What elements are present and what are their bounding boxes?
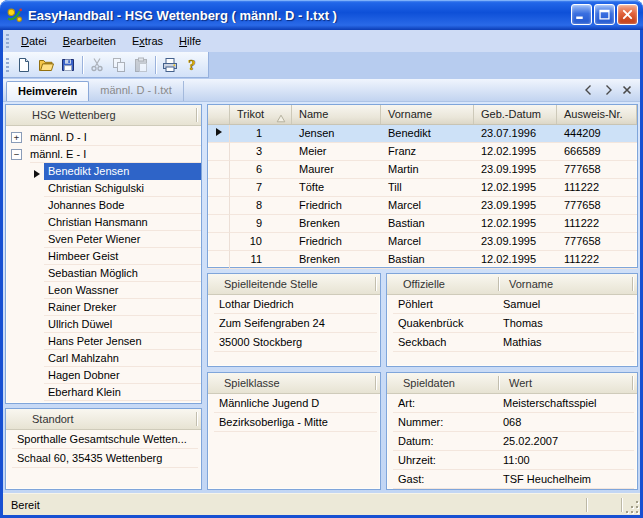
roster-cell[interactable]: 111222	[557, 215, 637, 233]
roster-cell[interactable]: Maurer	[292, 161, 381, 179]
spielklasse-row[interactable]: Männliche Jugend D	[214, 394, 377, 413]
roster-cell[interactable]: 111222	[557, 179, 637, 197]
roster-cell[interactable]: 9	[230, 215, 292, 233]
roster-cell[interactable]: 777658	[557, 161, 637, 179]
roster-cell[interactable]: 11	[230, 251, 292, 269]
roster-cell[interactable]: Brenken	[292, 251, 381, 269]
standort-row[interactable]: Sporthalle Gesamtschule Wetten...	[12, 430, 198, 449]
spieldaten-row[interactable]: Uhrzeit:11:00	[393, 451, 634, 470]
cut-button[interactable]	[86, 54, 108, 76]
expand-icon[interactable]: +	[11, 132, 22, 143]
row-selector-header[interactable]	[208, 105, 230, 124]
column-header-name[interactable]: Name	[292, 105, 381, 124]
roster-row[interactable]: 11BrenkenBastian12.02.1995111222	[208, 251, 637, 269]
standort-row[interactable]: Schaal 60, 35435 Wettenberg	[12, 449, 198, 468]
roster-cell[interactable]: 666589	[557, 143, 637, 161]
spielleitende-row[interactable]: 35000 Stockberg	[214, 333, 377, 352]
roster-cell[interactable]: Marcel	[381, 233, 474, 251]
tree-item-player[interactable]: Himbeer Geist	[44, 248, 201, 265]
roster-row[interactable]: 3MeierFranz12.02.1995666589	[208, 143, 637, 161]
roster-cell[interactable]: 3	[230, 143, 292, 161]
roster-cell[interactable]: 23.07.1996	[474, 125, 557, 143]
maximize-button[interactable]	[594, 4, 615, 25]
titlebar[interactable]: EasyHandball - HSG Wettenberg ( männl. D…	[0, 0, 643, 30]
next-tab-button[interactable]	[600, 82, 616, 98]
offizielle-header[interactable]: Offizielle Vorname	[387, 274, 637, 295]
tree-item-player[interactable]: Hagen Dobner	[44, 367, 201, 384]
roster-row[interactable]: 6MaurerMartin23.09.1995777658	[208, 161, 637, 179]
tree-header[interactable]: HSG Wettenberg	[6, 105, 201, 126]
roster-cell[interactable]: Benedikt	[381, 125, 474, 143]
roster-cell[interactable]: 12.02.1995	[474, 215, 557, 233]
spieldaten-header[interactable]: Spieldaten Wert	[387, 373, 637, 394]
roster-cell[interactable]: 777658	[557, 197, 637, 215]
row-selector-cell[interactable]	[208, 215, 230, 233]
copy-button[interactable]	[108, 54, 130, 76]
roster-cell[interactable]: Töfte	[292, 179, 381, 197]
offizielle-row[interactable]: SeckbachMathias	[393, 333, 634, 352]
spielleitende-row[interactable]: Zum Seifengraben 24	[214, 314, 377, 333]
tree-item-player[interactable]: Carl Mahlzahn	[44, 350, 201, 367]
row-selector-cell[interactable]	[208, 179, 230, 197]
spieldaten-row[interactable]: Gast:TSF Heuchelheim	[393, 470, 634, 489]
spieldaten-row[interactable]: Art:Meisterschaftsspiel	[393, 394, 634, 413]
roster-cell[interactable]: Meier	[292, 143, 381, 161]
roster-cell[interactable]: Till	[381, 179, 474, 197]
toolbar-grip[interactable]	[6, 58, 9, 72]
row-selector-cell[interactable]	[208, 143, 230, 161]
tree-item-player[interactable]: Hans Peter Jensen	[44, 333, 201, 350]
row-selector-cell[interactable]	[208, 233, 230, 251]
tree-item-player[interactable]: Eberhard Klein	[44, 384, 201, 401]
roster-cell[interactable]: 12.02.1995	[474, 251, 557, 269]
roster-cell[interactable]: Bastian	[381, 215, 474, 233]
tree-item-player[interactable]: Johannes Bode	[44, 197, 201, 214]
roster-row[interactable]: 7TöfteTill12.02.1995111222	[208, 179, 637, 197]
spieldaten-wert-header-label[interactable]: Wert	[509, 373, 532, 393]
roster-cell[interactable]: 7	[230, 179, 292, 197]
roster-cell[interactable]: 12.02.1995	[474, 179, 557, 197]
row-selector-cell[interactable]	[208, 125, 230, 143]
roster-cell[interactable]: Franz	[381, 143, 474, 161]
spielleitende-header[interactable]: Spielleitende Stelle	[208, 274, 380, 295]
offizielle-vorname-header-label[interactable]: Vorname	[509, 274, 553, 294]
help-button[interactable]: ?	[181, 54, 203, 76]
roster-cell[interactable]: Jensen	[292, 125, 381, 143]
prev-tab-button[interactable]	[581, 82, 597, 98]
roster-cell[interactable]: Friedrich	[292, 197, 381, 215]
new-document-button[interactable]	[13, 54, 35, 76]
standort-header[interactable]: Standort	[6, 409, 201, 430]
menu-item-bearbeiten[interactable]: Bearbeiten	[55, 32, 124, 50]
roster-cell[interactable]: Martin	[381, 161, 474, 179]
roster-cell[interactable]: Brenken	[292, 215, 381, 233]
tree-item-player[interactable]: Sven Peter Wiener	[44, 231, 201, 248]
spielleitende-row[interactable]: Lothar Diedrich	[214, 295, 377, 314]
roster-cell[interactable]: 8	[230, 197, 292, 215]
paste-button[interactable]	[130, 54, 152, 76]
collapse-icon[interactable]: −	[11, 149, 22, 160]
close-tab-button[interactable]	[619, 82, 635, 98]
open-file-button[interactable]	[35, 54, 57, 76]
roster-cell[interactable]: 111222	[557, 251, 637, 269]
row-selector-cell[interactable]	[208, 197, 230, 215]
roster-cell[interactable]: 444209	[557, 125, 637, 143]
roster-row[interactable]: 1JensenBenedikt23.07.1996444209	[208, 125, 637, 143]
roster-cell[interactable]: 23.09.1995	[474, 197, 557, 215]
print-button[interactable]	[159, 54, 181, 76]
minimize-button[interactable]	[571, 4, 592, 25]
spieldaten-row[interactable]: Nummer:068	[393, 413, 634, 432]
close-button[interactable]	[617, 4, 638, 25]
tree-item-player[interactable]: Benedikt Jensen	[44, 163, 201, 180]
row-selector-cell[interactable]	[208, 161, 230, 179]
roster-cell[interactable]: 1	[230, 125, 292, 143]
row-selector-cell[interactable]	[208, 251, 230, 269]
tree-item-player[interactable]: Sebastian Möglich	[44, 265, 201, 282]
roster-row[interactable]: 9BrenkenBastian12.02.1995111222	[208, 215, 637, 233]
column-header-gebdatum[interactable]: Geb.-Datum	[474, 105, 557, 124]
column-header-vorname[interactable]: Vorname	[381, 105, 474, 124]
roster-cell[interactable]: Bastian	[381, 251, 474, 269]
tab-file[interactable]: männl. D - I.txt	[89, 81, 184, 101]
roster-cell[interactable]: 10	[230, 233, 292, 251]
roster-cell[interactable]: 23.09.1995	[474, 233, 557, 251]
spielklasse-row[interactable]: Bezirksoberliga - Mitte	[214, 413, 377, 432]
tree-item-player[interactable]: Rainer Dreker	[44, 299, 201, 316]
